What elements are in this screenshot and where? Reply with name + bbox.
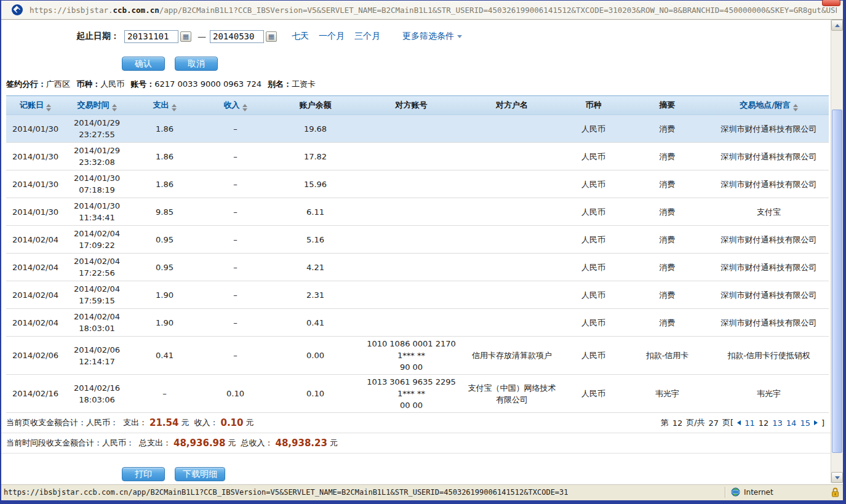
next-pages-icon[interactable] <box>814 420 818 425</box>
counterparty-account-cell <box>360 170 463 198</box>
expense-cell: 1.86 <box>129 115 200 143</box>
date-from-input[interactable] <box>124 30 178 43</box>
currency-cell: 人民币 <box>561 115 626 143</box>
page-income-amount: 0.10 <box>220 417 243 428</box>
counterparty-name-cell <box>463 281 561 309</box>
security-zone: Internet <box>731 487 823 497</box>
table-row[interactable]: 2014/01/302014/01/29 23:27:551.86–19.68人… <box>6 115 829 143</box>
table-row[interactable]: 2014/02/042014/02/04 18:03:011.90–0.41人民… <box>6 309 829 337</box>
page-summary-row: 当前页收支金额合计： 人民币： 支出： 21.54 元 收入： 0.10 元 第… <box>1 413 831 433</box>
summary-cell: 消费 <box>626 115 709 143</box>
trans-time-cell: 2014/02/04 17:22:56 <box>65 254 129 281</box>
scroll-up-button[interactable] <box>831 20 843 31</box>
column-header[interactable]: 交易地点/附言 <box>709 96 829 115</box>
column-header-label: 对方账号 <box>396 100 428 110</box>
account-number: 6217 0033 9000 0963 724 <box>154 79 261 89</box>
quick-range-links: 七天一个月三个月 <box>292 31 380 42</box>
lock-icon <box>831 487 839 497</box>
table-row[interactable]: 2014/01/302014/01/29 23:32:081.86–17.82人… <box>6 143 829 170</box>
scrollbar-track[interactable] <box>831 31 843 472</box>
sort-arrows-icon <box>112 104 117 111</box>
page-number-link[interactable]: 15 <box>800 418 810 428</box>
column-header[interactable]: 记账日 <box>6 96 65 115</box>
page-number-current: 12 <box>759 418 769 428</box>
pagination-total-pages: 27 <box>709 418 719 428</box>
period-summary-label: 当前时间段收支金额合计： <box>6 438 102 449</box>
confirm-button[interactable]: 确认 <box>122 57 165 71</box>
date-filter-row: 起止日期： ▦ — ▦ 七天一个月三个月 更多筛选条件 <box>1 28 831 44</box>
status-bar: https://ibsbjstar.ccb.com.cn/app/B2CMain… <box>1 483 843 500</box>
page-content: 起止日期： ▦ — ▦ 七天一个月三个月 更多筛选条件 确认 取消 签约分行：广… <box>1 20 831 483</box>
page-expense-amount: 21.54 <box>150 417 178 428</box>
address-url-field[interactable]: https://ibsbjstar.ccb.com.cn/app/B2CMain… <box>30 6 837 15</box>
table-row[interactable]: 2014/02/042014/02/04 17:09:220.95–5.16人民… <box>6 226 829 254</box>
vertical-scrollbar[interactable] <box>831 20 843 483</box>
counterparty-account-cell <box>360 143 463 170</box>
column-header-label: 交易时间 <box>78 100 110 110</box>
transaction-table: 记账日交易时间支出收入账户余额对方账号对方户名币种摘要交易地点/附言 2014/… <box>6 95 829 413</box>
column-header[interactable]: 支出 <box>129 96 200 115</box>
page-summary-currency: 人民币： <box>86 417 118 428</box>
page-number-link[interactable]: 13 <box>772 418 783 428</box>
cancel-button[interactable]: 取消 <box>175 57 218 71</box>
trans-time-cell: 2014/02/04 17:59:15 <box>65 281 129 309</box>
post-date-cell: 2014/01/30 <box>6 115 65 143</box>
table-header-row: 记账日交易时间支出收入账户余额对方账号对方户名币种摘要交易地点/附言 <box>6 96 829 115</box>
more-filter-link[interactable]: 更多筛选条件 <box>402 31 462 42</box>
print-button[interactable]: 打印 <box>122 467 165 481</box>
counterparty-name-cell: 支付宝（中国）网络技术有限公司 <box>463 375 561 413</box>
summary-cell: 消费 <box>626 198 709 226</box>
column-header-label: 摘要 <box>660 100 676 110</box>
summary-cell: 扣款-信用卡 <box>626 337 709 375</box>
counterparty-account-cell <box>360 226 463 254</box>
scroll-down-button[interactable] <box>831 472 843 483</box>
trans-time-cell: 2014/01/30 07:18:19 <box>65 170 129 198</box>
page-expense-unit: 元 <box>181 417 189 428</box>
date-separator: — <box>198 31 206 41</box>
globe-icon <box>731 487 740 497</box>
column-header-label: 交易地点/附言 <box>740 100 791 110</box>
prev-pages-icon[interactable] <box>737 420 741 425</box>
table-row[interactable]: 2014/01/302014/01/30 11:34:419.85–6.11人民… <box>6 198 829 226</box>
balance-cell: 0.41 <box>271 309 360 337</box>
trans-time-cell: 2014/02/04 17:09:22 <box>65 226 129 254</box>
ccb-logo-icon <box>11 4 23 16</box>
counterparty-account-cell <box>360 198 463 226</box>
table-row[interactable]: 2014/02/062014/02/06 12:14:170.41–0.0010… <box>6 337 829 375</box>
post-date-cell: 2014/02/16 <box>6 375 65 413</box>
trans-time-cell: 2014/02/16 18:03:06 <box>65 375 129 413</box>
page-number-link[interactable]: 11 <box>744 418 755 428</box>
page-number-link[interactable]: 14 <box>786 418 797 428</box>
download-detail-button[interactable]: 下载明细 <box>175 467 225 481</box>
period-expense-label: 总支出： <box>139 438 171 449</box>
quick-range-link[interactable]: 一个月 <box>319 31 345 42</box>
column-header-label: 支出 <box>153 100 169 110</box>
close-button[interactable] <box>822 0 840 6</box>
column-header[interactable]: 收入 <box>200 96 271 115</box>
counterparty-account-cell: 1013 3061 9635 2295 1*** ** 00 00 <box>360 375 463 413</box>
statusbar-divider <box>725 487 726 498</box>
balance-cell: 0.10 <box>271 375 360 413</box>
location-cell: 深圳市财付通科技有限公司 <box>709 170 829 198</box>
scrollbar-thumb[interactable] <box>832 110 842 453</box>
pagination-current-page: 12 <box>672 418 683 428</box>
quick-range-link[interactable]: 三个月 <box>354 31 380 42</box>
table-row[interactable]: 2014/02/042014/02/04 17:22:560.95–4.21人民… <box>6 254 829 281</box>
arrow-down-icon <box>835 476 840 479</box>
quick-range-link[interactable]: 七天 <box>292 31 309 42</box>
calendar-icon[interactable]: ▦ <box>180 31 191 42</box>
date-to-input[interactable] <box>210 30 264 43</box>
post-date-cell: 2014/02/04 <box>6 226 65 254</box>
income-cell: – <box>200 143 271 170</box>
income-cell: – <box>200 115 271 143</box>
column-header[interactable]: 交易时间 <box>65 96 129 115</box>
counterparty-account-cell <box>360 115 463 143</box>
table-row[interactable]: 2014/02/042014/02/04 17:59:151.90–2.31人民… <box>6 281 829 309</box>
currency-cell: 人民币 <box>561 170 626 198</box>
table-row[interactable]: 2014/02/162014/02/16 18:03:06–0.100.1010… <box>6 375 829 413</box>
income-cell: – <box>200 254 271 281</box>
calendar-icon[interactable]: ▦ <box>266 31 277 42</box>
table-row[interactable]: 2014/01/302014/01/30 07:18:191.86–15.96人… <box>6 170 829 198</box>
income-cell: – <box>200 198 271 226</box>
period-summary-row: 当前时间段收支金额合计： 人民币： 总支出： 48,936.98 元 总收入： … <box>1 433 831 454</box>
